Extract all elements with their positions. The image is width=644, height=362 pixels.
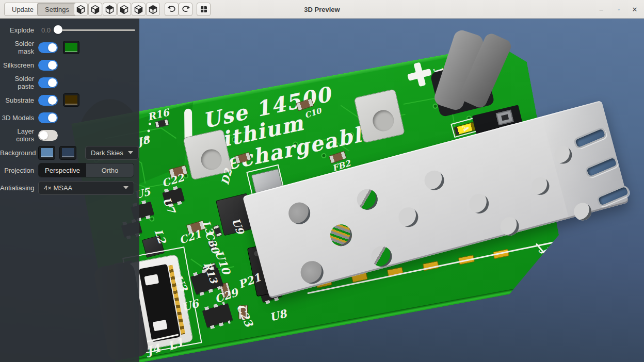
explode-row: Explode 0.0 xyxy=(0,21,139,39)
silkscreen-toggle[interactable] xyxy=(38,60,58,71)
view-cube-4-icon[interactable] xyxy=(117,3,131,16)
shield-hole xyxy=(286,200,312,226)
3d-models-label: 3D Models xyxy=(0,114,34,122)
solder-mask-label: Solder mask xyxy=(0,40,34,55)
silkscreen-label: Silkscreen xyxy=(0,61,34,69)
explode-value: 0.0 xyxy=(38,26,51,34)
layer-colors-label: Layer colors xyxy=(0,127,34,143)
view-cube-1-icon[interactable] xyxy=(74,3,88,16)
settings-button[interactable]: Settings xyxy=(37,3,77,16)
layer-colors-toggle[interactable] xyxy=(38,130,58,141)
background-bottom-color-swatch[interactable] xyxy=(59,146,76,160)
chevron-down-icon xyxy=(128,151,133,154)
layer-colors-row: Layer colors xyxy=(0,126,139,144)
3d-models-row: 3D Models xyxy=(0,109,139,126)
projection-label: Projection xyxy=(0,167,34,174)
substrate-color-swatch[interactable] xyxy=(63,93,79,107)
solder-paste-toggle[interactable] xyxy=(38,77,58,88)
maximize-button[interactable]: ▫ xyxy=(611,0,626,19)
shield-hole xyxy=(369,244,394,269)
substrate-label: Substrate xyxy=(0,96,34,104)
shield-hole xyxy=(355,187,380,212)
background-row: Background Dark Skies xyxy=(0,144,139,161)
chevron-down-icon xyxy=(123,186,128,189)
close-button[interactable]: ✕ xyxy=(627,0,642,19)
antialiasing-value: 4× MSAA xyxy=(44,184,72,192)
explode-slider[interactable] xyxy=(54,25,135,35)
solder-paste-label: Solder paste xyxy=(0,75,34,90)
background-top-color-swatch[interactable] xyxy=(38,146,55,160)
explode-label: Explode xyxy=(0,26,34,34)
explode-slider-track xyxy=(54,29,135,31)
background-label: Background xyxy=(0,149,34,157)
settings-sidebar: Explode 0.0 Solder mask Silkscreen Solde… xyxy=(0,19,139,362)
shield-hole xyxy=(328,222,354,248)
3d-preview-window: Use 14500 Lithium rechargeable R16J8C10F… xyxy=(0,0,644,362)
view-cube-5-icon[interactable] xyxy=(132,3,146,16)
3d-models-toggle[interactable] xyxy=(38,112,58,123)
titlebar: Update Settings 3D Preview – ▫ xyxy=(0,0,644,19)
projection-perspective-button[interactable]: Perspective xyxy=(39,163,86,177)
projection-row: Projection Perspective Ortho xyxy=(0,161,139,179)
update-button[interactable]: Update xyxy=(4,3,41,16)
projection-ortho-button[interactable]: Ortho xyxy=(86,163,134,177)
explode-slider-thumb[interactable] xyxy=(54,25,62,34)
view-cube-2-icon[interactable] xyxy=(88,3,102,16)
projection-segment: Perspective Ortho xyxy=(38,163,134,177)
rotate-cw-icon[interactable] xyxy=(179,3,192,16)
rotate-ccw-icon[interactable] xyxy=(165,3,179,16)
shield-hole xyxy=(467,192,491,216)
shield-hole xyxy=(530,175,552,197)
grid-view-icon[interactable] xyxy=(197,3,211,16)
substrate-row: Substrate xyxy=(0,91,139,109)
antialiasing-row: Antialiasing 4× MSAA xyxy=(0,179,139,196)
pcb-component-sot xyxy=(202,303,233,327)
minimize-button[interactable]: – xyxy=(593,0,609,19)
shield-hole xyxy=(422,168,446,192)
solder-mask-toggle[interactable] xyxy=(38,42,58,53)
solder-mask-color-swatch[interactable] xyxy=(63,41,79,54)
solder-paste-row: Solder paste xyxy=(0,74,139,91)
shield-hole xyxy=(396,205,421,229)
background-preset-dropdown[interactable]: Dark Skies xyxy=(85,146,139,160)
view-cube-6-icon[interactable] xyxy=(146,3,160,16)
antialiasing-dropdown[interactable]: 4× MSAA xyxy=(38,181,134,195)
background-preset-value: Dark Skies xyxy=(91,149,123,157)
silkscreen-row: Silkscreen xyxy=(0,56,139,74)
shield-hole xyxy=(298,258,326,286)
solder-mask-row: Solder mask xyxy=(0,39,139,56)
antialiasing-label: Antialiasing xyxy=(0,184,34,192)
substrate-toggle[interactable] xyxy=(38,95,58,106)
view-cube-3-icon[interactable] xyxy=(103,3,117,16)
